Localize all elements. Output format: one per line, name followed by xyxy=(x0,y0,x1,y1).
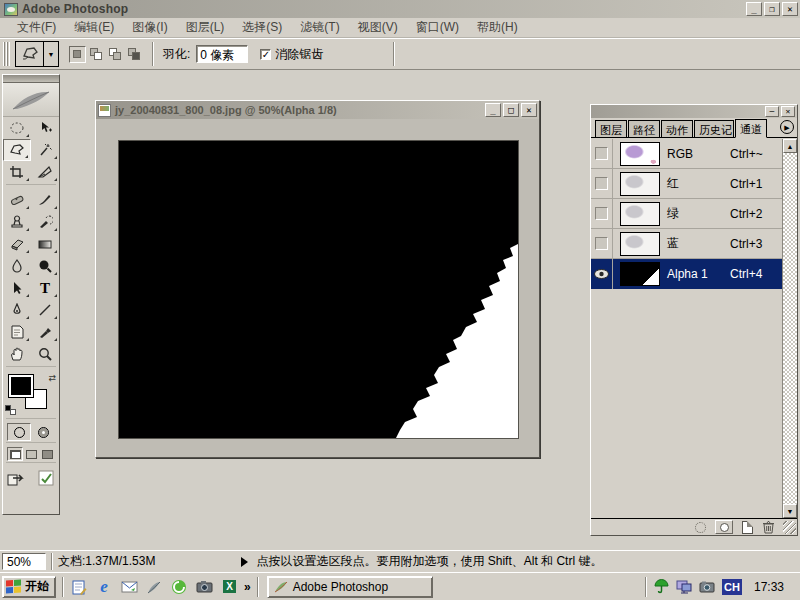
eraser-tool[interactable] xyxy=(3,233,31,255)
channels-palette[interactable]: — ✕ 图层 路径 动作 历史记 通道 ▶ RGB Ctrl+~ xyxy=(590,104,798,536)
quick-launch-overflow[interactable]: » xyxy=(244,580,251,594)
tab-history[interactable]: 历史记 xyxy=(694,120,734,137)
notes-tool[interactable] xyxy=(3,321,31,343)
desktop-note-icon[interactable] xyxy=(70,578,88,596)
toolbox-grip[interactable] xyxy=(3,75,59,83)
chevron-down-icon[interactable]: ▼ xyxy=(44,42,58,66)
task-button-photoshop[interactable]: Adobe Photoshop xyxy=(267,576,433,598)
visibility-toggle[interactable] xyxy=(591,169,613,199)
excel-icon[interactable]: X xyxy=(220,578,238,596)
canvas-alpha-channel[interactable] xyxy=(118,140,519,439)
palette-titlebar[interactable]: — ✕ xyxy=(591,105,797,118)
menu-select[interactable]: 选择(S) xyxy=(233,17,291,38)
palette-close-button[interactable]: ✕ xyxy=(781,106,795,117)
outlook-express-icon[interactable] xyxy=(120,578,138,596)
default-colors-icon[interactable] xyxy=(5,405,16,415)
adobe-feather-icon[interactable] xyxy=(3,83,59,117)
menu-window[interactable]: 窗口(W) xyxy=(407,17,468,38)
healing-brush-tool[interactable] xyxy=(3,189,31,211)
menu-file[interactable]: 文件(F) xyxy=(8,17,65,38)
restore-button[interactable]: ❐ xyxy=(764,2,780,16)
line-tool[interactable] xyxy=(31,299,59,321)
hand-tool[interactable] xyxy=(3,343,31,365)
visibility-toggle[interactable] xyxy=(591,139,613,169)
intersect-selection-button[interactable] xyxy=(126,46,143,63)
channel-row-blue[interactable]: 蓝 Ctrl+3 xyxy=(591,229,782,259)
channel-row-alpha1[interactable]: Alpha 1 Ctrl+4 xyxy=(591,259,782,289)
document-size-info[interactable]: 文档:1.37M/1.53M xyxy=(58,553,155,570)
foreground-color-swatch[interactable] xyxy=(9,375,33,397)
tab-actions[interactable]: 动作 xyxy=(661,120,693,137)
swap-colors-icon[interactable]: ⇄ xyxy=(48,373,56,383)
clone-stamp-tool[interactable] xyxy=(3,211,31,233)
scroll-down-icon[interactable]: ▼ xyxy=(783,504,797,518)
umbrella-antivirus-icon[interactable] xyxy=(653,578,670,595)
start-button[interactable]: 开始 xyxy=(2,576,56,598)
pen-tool[interactable] xyxy=(3,299,31,321)
move-tool[interactable] xyxy=(31,117,59,139)
subtract-selection-button[interactable] xyxy=(107,46,124,63)
menu-filter[interactable]: 滤镜(T) xyxy=(291,17,348,38)
menu-layer[interactable]: 图层(L) xyxy=(177,17,234,38)
zoom-tool[interactable] xyxy=(31,343,59,365)
photoshop-feather-icon[interactable] xyxy=(145,578,163,596)
green-swirl-icon[interactable] xyxy=(170,578,188,596)
visibility-toggle[interactable] xyxy=(591,229,613,259)
brush-tool[interactable] xyxy=(31,189,59,211)
new-channel-icon[interactable] xyxy=(742,521,753,534)
path-selection-tool[interactable] xyxy=(3,277,31,299)
document-window[interactable]: jy_20040831_800_08.jpg @ 50%(Alpha 1/8) … xyxy=(95,100,540,458)
channel-row-green[interactable]: 绿 Ctrl+2 xyxy=(591,199,782,229)
blur-tool[interactable] xyxy=(3,255,31,277)
doc-minimize-button[interactable]: _ xyxy=(485,103,501,117)
menu-image[interactable]: 图像(I) xyxy=(123,17,176,38)
tab-layers[interactable]: 图层 xyxy=(595,120,627,137)
visibility-toggle[interactable] xyxy=(591,259,613,289)
channel-row-rgb[interactable]: RGB Ctrl+~ xyxy=(591,139,782,169)
elliptical-marquee-tool[interactable] xyxy=(3,117,31,139)
tab-channels[interactable]: 通道 xyxy=(735,119,767,138)
new-selection-button[interactable] xyxy=(69,46,86,63)
camera-icon[interactable] xyxy=(195,578,213,596)
internet-explorer-icon[interactable]: e xyxy=(95,578,113,596)
zoom-level-input[interactable]: 50% xyxy=(2,553,46,570)
doc-maximize-button[interactable]: □ xyxy=(503,103,519,117)
crop-tool[interactable] xyxy=(3,161,31,183)
slice-tool[interactable] xyxy=(31,161,59,183)
menu-view[interactable]: 视图(V) xyxy=(349,17,407,38)
antialias-checkbox[interactable]: ✓ xyxy=(260,49,271,60)
close-button[interactable]: ✕ xyxy=(782,2,798,16)
palette-menu-button[interactable]: ▶ xyxy=(780,120,794,134)
fullscreen-mode-button[interactable] xyxy=(39,447,55,461)
magic-wand-tool[interactable] xyxy=(31,139,59,161)
tool-preset-picker[interactable]: ▼ xyxy=(15,41,59,67)
visibility-toggle[interactable] xyxy=(591,199,613,229)
polygonal-lasso-tool[interactable] xyxy=(3,139,31,161)
minimize-button[interactable]: _ xyxy=(746,2,762,16)
standard-mode-button[interactable] xyxy=(7,423,31,441)
type-tool[interactable]: T xyxy=(31,277,59,299)
document-titlebar[interactable]: jy_20040831_800_08.jpg @ 50%(Alpha 1/8) … xyxy=(96,101,539,119)
palette-resize-grip[interactable] xyxy=(783,521,796,534)
channel-row-red[interactable]: 红 Ctrl+1 xyxy=(591,169,782,199)
dodge-tool[interactable] xyxy=(31,255,59,277)
standard-screen-mode-button[interactable] xyxy=(7,447,23,461)
doc-close-button[interactable]: ✕ xyxy=(521,103,537,117)
feather-input[interactable]: 0 像素 xyxy=(196,45,248,63)
history-brush-tool[interactable] xyxy=(31,211,59,233)
tab-paths[interactable]: 路径 xyxy=(628,120,660,137)
palette-minimize-button[interactable]: — xyxy=(765,106,779,117)
options-grip[interactable] xyxy=(3,42,10,66)
trash-icon[interactable] xyxy=(762,520,775,534)
menu-help[interactable]: 帮助(H) xyxy=(468,17,527,38)
add-selection-button[interactable] xyxy=(88,46,105,63)
save-selection-button[interactable] xyxy=(715,520,733,534)
gradient-tool[interactable] xyxy=(31,233,59,255)
camera-tray-icon[interactable] xyxy=(699,578,716,595)
monitor-icon[interactable] xyxy=(676,578,693,595)
eyedropper-tool[interactable] xyxy=(31,321,59,343)
quick-mask-mode-button[interactable] xyxy=(31,423,55,441)
load-selection-icon[interactable] xyxy=(695,522,706,533)
language-indicator[interactable]: CH xyxy=(722,579,742,595)
clock[interactable]: 17:33 xyxy=(748,580,790,594)
